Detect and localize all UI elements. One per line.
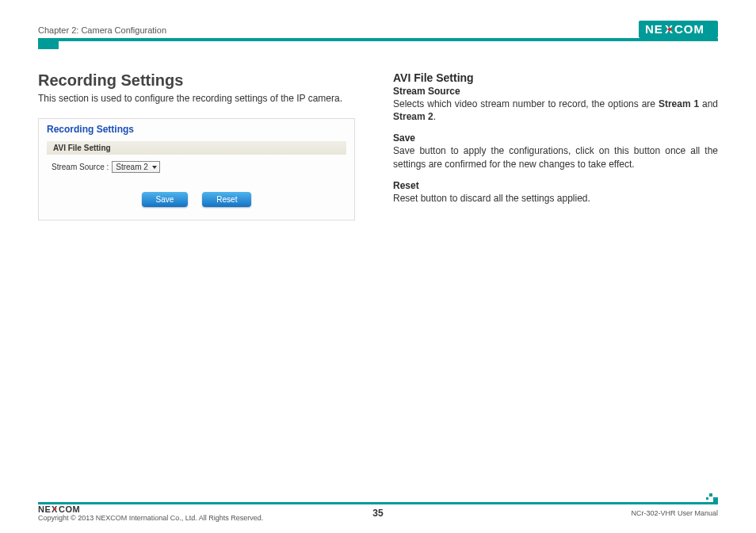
page-header: Chapter 2: Camera Configuration NE X COM — [38, 14, 718, 38]
nexcom-logo-bottom: NE X COM — [38, 504, 263, 514]
stream-source-row: Stream Source : Stream 2 — [47, 161, 346, 173]
save-button[interactable]: Save — [142, 192, 189, 207]
stream-source-dropdown[interactable]: Stream 2 — [112, 161, 160, 173]
page-number: 35 — [372, 508, 383, 519]
stream-source-heading: Stream Source — [393, 86, 718, 97]
doc-name: NCr-302-VHR User Manual — [631, 509, 718, 517]
copyright-text: Copyright © 2013 NEXCOM International Co… — [38, 514, 263, 522]
stream-source-label: Stream Source : — [52, 163, 109, 171]
right-column: AVI File Setting Stream Source Selects w… — [393, 71, 718, 220]
left-column: Recording Settings This section is used … — [38, 71, 363, 220]
content: Recording Settings This section is used … — [38, 71, 718, 220]
page-title: Recording Settings — [38, 71, 363, 90]
avi-heading: AVI File Setting — [393, 71, 718, 84]
reset-button[interactable]: Reset — [202, 192, 251, 207]
intro-text: This section is used to configure the re… — [38, 93, 363, 104]
footer-decoration — [704, 493, 718, 502]
header-tab — [38, 41, 59, 49]
save-desc: Save button to apply the configurations,… — [393, 144, 718, 170]
save-heading: Save — [393, 132, 718, 144]
panel-subtitle: AVI File Setting — [47, 141, 346, 155]
header-rule — [38, 38, 718, 41]
svg-text:COM: COM — [59, 504, 80, 514]
settings-panel: Recording Settings AVI File Setting Stre… — [38, 118, 355, 220]
chapter-label: Chapter 2: Camera Configuration — [38, 25, 166, 38]
page-footer: NE X COM Copyright © 2013 NEXCOM Interna… — [38, 504, 718, 522]
reset-desc: Reset button to discard all the settings… — [393, 192, 718, 205]
svg-text:COM: COM — [674, 23, 704, 36]
svg-text:NE: NE — [645, 23, 663, 36]
svg-text:NE: NE — [38, 504, 51, 514]
panel-title: Recording Settings — [47, 124, 346, 135]
stream-source-desc: Selects which video stream number to rec… — [393, 98, 718, 123]
reset-heading: Reset — [393, 180, 718, 191]
button-row: Save Reset — [47, 192, 346, 207]
footer-left: NE X COM Copyright © 2013 NEXCOM Interna… — [38, 504, 263, 522]
nexcom-logo-top: NE X COM — [639, 21, 718, 38]
